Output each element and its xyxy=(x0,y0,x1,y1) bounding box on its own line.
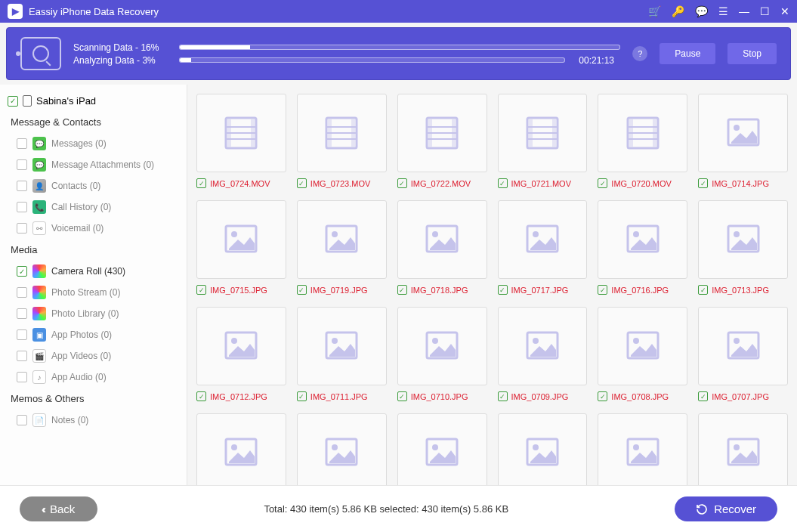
thumbnail-preview[interactable] xyxy=(297,200,387,279)
thumbnail-preview[interactable] xyxy=(498,94,588,172)
checkbox[interactable] xyxy=(17,266,27,277)
cat-photo-stream[interactable]: Photo Stream (0) xyxy=(0,282,187,303)
thumbnail-preview[interactable] xyxy=(297,307,387,385)
thumbnail-item[interactable]: IMG_0722.MOV xyxy=(397,94,487,188)
thumbnail-preview[interactable] xyxy=(598,413,687,485)
cat-call-history[interactable]: 📞Call History (0) xyxy=(0,196,187,218)
checkbox[interactable] xyxy=(17,202,27,212)
minimize-icon[interactable]: — xyxy=(739,5,749,17)
thumbnail-item[interactable]: IMG_0714.JPG xyxy=(698,94,788,188)
thumbnail-preview[interactable] xyxy=(297,94,387,172)
thumbnail-preview[interactable] xyxy=(196,307,286,385)
thumbnail-item[interactable]: IMG_0715.JPG xyxy=(196,200,286,295)
thumb-checkbox[interactable] xyxy=(297,391,307,401)
thumbnail-item[interactable]: IMG_0712.JPG xyxy=(196,307,286,401)
thumbnail-preview[interactable] xyxy=(196,94,286,172)
checkbox[interactable] xyxy=(17,415,27,425)
chat-icon[interactable]: 💬 xyxy=(695,5,708,17)
cat-notes[interactable]: 📄Notes (0) xyxy=(0,410,187,431)
menu-icon[interactable]: ☰ xyxy=(718,5,728,17)
thumb-checkbox[interactable] xyxy=(196,391,206,401)
thumbnail-item[interactable] xyxy=(297,413,387,485)
checkbox[interactable] xyxy=(17,223,27,234)
checkbox[interactable] xyxy=(17,138,27,149)
device-row[interactable]: Sabina's iPad xyxy=(0,91,187,111)
thumbnail-item[interactable] xyxy=(598,413,687,485)
cat-camera-roll[interactable]: Camera Roll (430) xyxy=(0,261,187,282)
thumbnail-item[interactable]: IMG_0710.JPG xyxy=(397,307,487,401)
thumb-checkbox[interactable] xyxy=(598,285,607,295)
thumbnail-item[interactable]: IMG_0721.MOV xyxy=(498,94,588,188)
thumbnail-preview[interactable] xyxy=(698,94,788,172)
thumbnail-preview[interactable] xyxy=(698,413,788,485)
thumbnail-item[interactable] xyxy=(397,413,487,485)
thumbnail-preview[interactable] xyxy=(397,200,487,279)
thumb-checkbox[interactable] xyxy=(498,285,508,295)
device-checkbox[interactable] xyxy=(8,96,18,107)
thumb-checkbox[interactable] xyxy=(598,391,607,401)
thumbnail-item[interactable]: IMG_0719.JPG xyxy=(297,200,387,295)
key-icon[interactable]: 🔑 xyxy=(672,5,684,17)
cat-contacts[interactable]: 👤Contacts (0) xyxy=(0,175,187,196)
stop-button[interactable]: Stop xyxy=(727,43,777,64)
thumbnail-item[interactable]: IMG_0711.JPG xyxy=(297,307,387,401)
thumbnail-preview[interactable] xyxy=(498,413,588,485)
thumb-checkbox[interactable] xyxy=(598,178,607,188)
thumb-checkbox[interactable] xyxy=(397,178,407,188)
thumbnail-preview[interactable] xyxy=(498,200,588,279)
thumbnail-item[interactable] xyxy=(498,413,588,485)
thumbnail-preview[interactable] xyxy=(196,413,286,485)
cat-app-photos[interactable]: ▣App Photos (0) xyxy=(0,324,187,345)
thumbnail-item[interactable]: IMG_0708.JPG xyxy=(598,307,687,401)
checkbox[interactable] xyxy=(17,159,27,170)
thumbnail-preview[interactable] xyxy=(397,307,487,385)
thumbnail-preview[interactable] xyxy=(698,307,788,385)
thumb-checkbox[interactable] xyxy=(698,391,708,401)
thumbnail-item[interactable]: IMG_0709.JPG xyxy=(498,307,588,401)
thumbnail-item[interactable]: IMG_0716.JPG xyxy=(598,200,687,295)
thumbnail-item[interactable]: IMG_0717.JPG xyxy=(498,200,588,295)
maximize-icon[interactable]: ☐ xyxy=(760,5,770,17)
cat-message-attachments[interactable]: 💬Message Attachments (0) xyxy=(0,154,187,175)
thumbnail-item[interactable]: IMG_0724.MOV xyxy=(196,94,286,188)
thumbnail-preview[interactable] xyxy=(297,413,387,485)
back-button[interactable]: ‹‹ Back xyxy=(20,496,97,521)
thumbnail-item[interactable]: IMG_0723.MOV xyxy=(297,94,387,188)
checkbox[interactable] xyxy=(17,372,27,382)
thumb-checkbox[interactable] xyxy=(698,285,708,295)
cat-voicemail[interactable]: ⚯Voicemail (0) xyxy=(0,218,187,239)
thumbnail-preview[interactable] xyxy=(498,307,588,385)
cat-app-videos[interactable]: 🎬App Videos (0) xyxy=(0,345,187,367)
checkbox[interactable] xyxy=(17,308,27,319)
recover-button[interactable]: Recover xyxy=(675,496,777,521)
thumb-checkbox[interactable] xyxy=(297,178,307,188)
thumb-checkbox[interactable] xyxy=(397,391,407,401)
thumb-checkbox[interactable] xyxy=(498,178,508,188)
checkbox[interactable] xyxy=(17,287,27,298)
thumbnail-preview[interactable] xyxy=(698,200,788,279)
help-icon[interactable]: ? xyxy=(632,46,647,61)
thumbnail-item[interactable] xyxy=(698,413,788,485)
thumbnail-item[interactable]: IMG_0718.JPG xyxy=(397,200,487,295)
checkbox[interactable] xyxy=(17,351,27,361)
pause-button[interactable]: Pause xyxy=(660,43,715,64)
thumb-checkbox[interactable] xyxy=(297,285,307,295)
checkbox[interactable] xyxy=(17,329,27,340)
thumbnail-preview[interactable] xyxy=(598,307,687,385)
cart-icon[interactable]: 🛒 xyxy=(648,5,661,17)
thumbnail-item[interactable]: IMG_0707.JPG xyxy=(698,307,788,401)
thumbnail-preview[interactable] xyxy=(196,200,286,279)
thumb-checkbox[interactable] xyxy=(397,285,407,295)
thumbnail-item[interactable]: IMG_0720.MOV xyxy=(598,94,687,188)
close-icon[interactable]: ✕ xyxy=(780,5,789,17)
checkbox[interactable] xyxy=(17,181,27,191)
thumbnail-preview[interactable] xyxy=(397,413,487,485)
thumbnail-preview[interactable] xyxy=(598,94,687,172)
thumb-checkbox[interactable] xyxy=(698,178,708,188)
thumb-checkbox[interactable] xyxy=(196,285,206,295)
thumb-checkbox[interactable] xyxy=(498,391,508,401)
cat-app-audio[interactable]: ♪App Audio (0) xyxy=(0,367,187,388)
cat-messages[interactable]: 💬Messages (0) xyxy=(0,133,187,154)
cat-photo-library[interactable]: Photo Library (0) xyxy=(0,303,187,324)
thumbnail-item[interactable]: IMG_0713.JPG xyxy=(698,200,788,295)
